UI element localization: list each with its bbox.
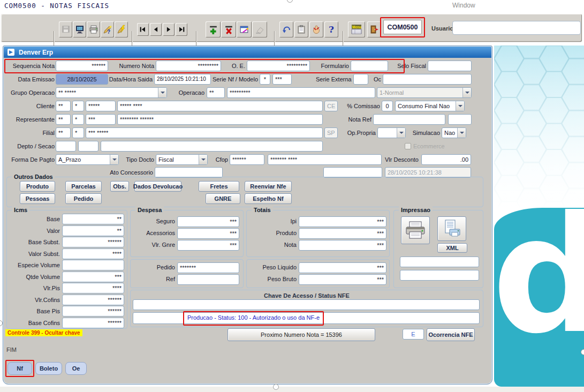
nav-next-button[interactable] <box>163 23 175 36</box>
peso-bruto-field[interactable]: *** <box>299 274 386 285</box>
modelo-field[interactable]: *** <box>272 74 292 85</box>
representante-nome-field[interactable]: ******** ****** <box>117 114 323 125</box>
proximo-numero-button[interactable]: Proximo Numero Nota = 15396 <box>227 328 375 341</box>
chave-acesso-field[interactable] <box>133 299 480 310</box>
filial-field-2[interactable]: * <box>72 127 84 138</box>
op-propria-dropdown[interactable] <box>377 127 406 138</box>
icms-row-field[interactable]: ****** <box>62 237 124 247</box>
tab-boleto[interactable]: Boleto <box>35 362 62 375</box>
exit-button[interactable] <box>367 21 381 37</box>
operacao-code-field[interactable]: ** <box>207 87 225 98</box>
execute-query-help-button[interactable]: ? <box>101 21 114 37</box>
reenviar-nfe-button[interactable]: Reenviar Nfe <box>245 181 292 192</box>
produto-button[interactable]: Produto <box>20 181 55 192</box>
oe-field[interactable]: ********* <box>247 61 310 71</box>
icms-row-field[interactable]: ****** <box>62 306 124 316</box>
cliente-field-3[interactable]: ***** <box>86 101 116 111</box>
despesa-row-field[interactable]: *** <box>177 216 239 227</box>
dados-devolucao-button[interactable]: Dados Devolucao <box>134 181 181 192</box>
peso-liquido-field[interactable]: *** <box>299 262 386 273</box>
menu-button[interactable]: Menu <box>348 21 365 37</box>
nav-first-button[interactable] <box>137 23 149 36</box>
pedido-button[interactable]: Pedido <box>65 193 102 204</box>
fretes-button[interactable]: Fretes <box>199 181 239 192</box>
representante-field-2[interactable]: * <box>72 114 84 125</box>
serie-externa-field[interactable] <box>353 74 368 85</box>
menu-window[interactable]: Window <box>452 2 475 9</box>
numero-nota-field[interactable]: ********* <box>156 61 221 71</box>
chevron-down-icon[interactable] <box>397 128 405 138</box>
forma-pagto-dropdown[interactable]: A_Prazo <box>56 154 119 165</box>
filial-field-1[interactable]: ** <box>56 127 71 138</box>
save-button[interactable] <box>59 21 72 37</box>
aux-field[interactable] <box>323 167 382 178</box>
tipo-docto-dropdown[interactable]: Fiscal <box>156 154 208 165</box>
undo-button[interactable] <box>279 21 293 37</box>
tipo-operacao-dropdown[interactable]: 1-Normal <box>377 87 472 98</box>
totais-row-field[interactable]: *** <box>299 228 386 239</box>
frame-handle-right[interactable] <box>581 349 584 355</box>
icms-row-field[interactable]: ****** <box>62 295 124 305</box>
espelho-nf-button[interactable]: Espelho Nf <box>245 193 292 204</box>
impressao-field-2[interactable] <box>400 270 479 281</box>
gnre-button[interactable]: GNRE <box>206 193 240 204</box>
pedido-field[interactable]: ******* <box>177 262 239 273</box>
despesa-row-field[interactable]: *** <box>177 228 239 239</box>
nav-prev-button[interactable] <box>150 23 162 36</box>
execute-query-button[interactable] <box>115 21 128 37</box>
nota-ref-extra-field[interactable] <box>448 114 472 125</box>
ecommerce-checkbox[interactable] <box>405 143 411 149</box>
impressao-field-1[interactable] <box>400 257 479 267</box>
commit-button[interactable] <box>309 21 323 37</box>
usuario-input[interactable] <box>452 21 581 35</box>
tab-nf[interactable]: Nf <box>7 362 32 375</box>
cfop-desc-field[interactable]: ******* **** <box>268 154 382 165</box>
depto-field-2[interactable] <box>78 141 98 152</box>
consumo-final-dropdown[interactable]: Consumo Final Nao <box>395 101 465 111</box>
depto-field-1[interactable] <box>56 141 76 152</box>
frame-handle-top[interactable] <box>287 0 293 3</box>
chevron-down-icon[interactable] <box>158 88 166 97</box>
oc-field[interactable] <box>383 74 472 85</box>
chevron-down-icon[interactable] <box>199 155 207 164</box>
chevron-down-icon[interactable] <box>457 128 466 138</box>
imprimir-button[interactable] <box>401 216 430 244</box>
operacao-desc-field[interactable]: ********* <box>227 87 375 98</box>
print-button[interactable] <box>87 21 100 37</box>
data-hora-saida-field[interactable]: 28/10/2025 10:21:10 <box>154 74 211 85</box>
screen-button[interactable] <box>73 21 86 37</box>
ato-concessorio-field[interactable] <box>155 167 223 178</box>
obs-button[interactable]: Obs. <box>110 181 129 192</box>
chevron-down-icon[interactable] <box>110 155 118 164</box>
icms-row-field[interactable]: **** <box>62 283 124 293</box>
simulacao-dropdown[interactable]: Nao <box>442 127 466 138</box>
cliente-field-1[interactable]: ** <box>56 101 71 111</box>
insert-record-button[interactable] <box>206 21 221 37</box>
icms-row-field[interactable]: ****** <box>62 318 124 328</box>
vlr-desconto-field[interactable]: .00 <box>421 154 471 165</box>
clear-button[interactable] <box>252 21 267 37</box>
cfop-field[interactable]: ****** <box>230 154 264 165</box>
chevron-down-icon[interactable] <box>456 101 464 111</box>
help-button[interactable]: ? <box>324 21 338 37</box>
despesa-row-field[interactable]: *** <box>177 240 239 251</box>
sequencia-nota-field[interactable]: ****** <box>56 61 108 71</box>
ocorrencia-nfe-button[interactable]: Ocorrencia NFE <box>427 328 475 341</box>
delete-record-button[interactable] <box>221 21 236 37</box>
nota-ref-field[interactable] <box>373 114 445 125</box>
icms-row-field[interactable]: **** <box>62 248 124 259</box>
icms-row-field[interactable]: *** <box>62 272 124 282</box>
totais-row-field[interactable]: *** <box>299 240 386 251</box>
pessoas-button[interactable]: Pessoas <box>20 193 55 204</box>
serie-nf-field[interactable]: * <box>260 74 270 85</box>
cliente-nome-field[interactable]: ***** **** <box>117 101 323 111</box>
totais-row-field[interactable]: *** <box>299 216 386 227</box>
query-window-button[interactable] <box>237 21 252 37</box>
icms-row-field[interactable]: ** <box>62 225 124 236</box>
imprimir-documento-button[interactable] <box>437 216 466 241</box>
frame-handle-bottom[interactable] <box>273 384 279 390</box>
formulario-field[interactable] <box>351 61 388 71</box>
filial-nome-field[interactable]: *** ***** <box>86 127 323 138</box>
nav-last-button[interactable] <box>176 23 187 36</box>
grupo-operacao-dropdown[interactable]: ** ***** <box>56 87 167 98</box>
